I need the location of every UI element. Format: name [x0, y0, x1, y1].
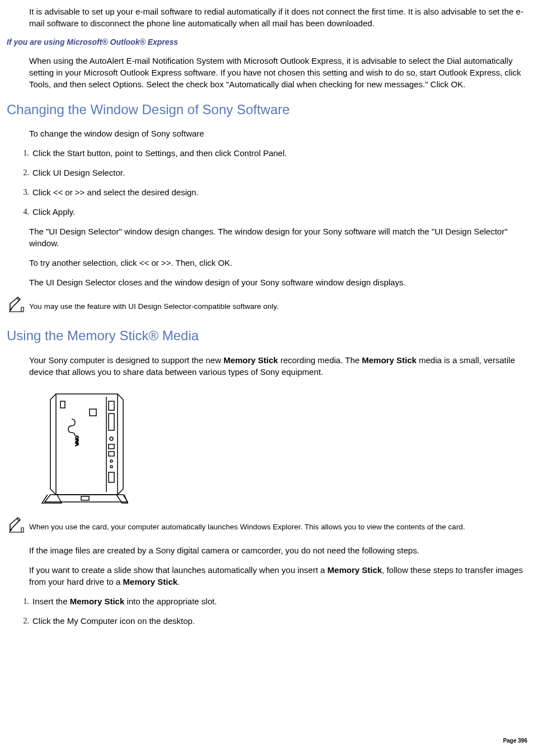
step-text: Click the My Computer icon on the deskto…	[32, 615, 527, 627]
bold-text: Memory Stick	[223, 355, 278, 365]
svg-point-11	[110, 460, 113, 462]
svg-rect-2	[60, 401, 65, 408]
intro-paragraph: It is advisable to set up your e-mail so…	[29, 6, 527, 29]
outlook-subheading: If you are using Microsoft® Outlook® Exp…	[7, 37, 527, 48]
text-fragment: .	[177, 577, 180, 586]
list-item: 4. Click Apply.	[17, 206, 527, 218]
text-fragment: Insert the	[32, 597, 70, 606]
memory-stick-para3: If you want to create a slide show that …	[29, 564, 527, 588]
step-number: 1.	[17, 147, 29, 159]
text-fragment: into the appropriate slot.	[124, 597, 217, 606]
list-item: 1. Insert the Memory Stick into the appr…	[17, 595, 527, 607]
note-text: When you use the card, your computer aut…	[29, 516, 527, 533]
pencil-note-icon	[7, 296, 26, 316]
svg-text:VAIO: VAIO	[74, 435, 79, 446]
list-item: 1. Click the Start button, point to Sett…	[17, 147, 527, 159]
text-fragment: If you want to create a slide show that …	[29, 565, 327, 575]
step-number: 2.	[17, 167, 29, 179]
list-item: 2. Click UI Design Selector.	[17, 167, 527, 179]
svg-point-12	[110, 466, 113, 468]
text-fragment: recording media. The	[278, 355, 362, 365]
memory-stick-para2: If the image files are created by a Sony…	[29, 544, 527, 556]
svg-rect-6	[109, 401, 114, 410]
step-number: 2.	[17, 615, 29, 627]
step-text: Click << or >> and select the desired de…	[32, 186, 527, 198]
step-text: Click Apply.	[32, 206, 527, 218]
svg-point-8	[110, 437, 113, 440]
text-fragment: Your Sony computer is designed to suppor…	[29, 355, 223, 365]
svg-rect-10	[109, 452, 114, 456]
svg-rect-13	[109, 472, 114, 482]
svg-rect-14	[81, 496, 89, 500]
window-design-heading: Changing the Window Design of Sony Softw…	[7, 100, 527, 119]
svg-rect-7	[109, 414, 114, 430]
bold-text: Memory Stick	[123, 577, 178, 586]
window-design-steps: 1. Click the Start button, point to Sett…	[17, 147, 527, 218]
memory-stick-steps: 1. Insert the Memory Stick into the appr…	[17, 595, 527, 627]
list-item: 2. Click the My Computer icon on the des…	[17, 615, 527, 627]
svg-rect-9	[109, 444, 114, 449]
window-design-after1: The "UI Design Selector" window design c…	[29, 226, 527, 249]
window-design-intro: To change the window design of Sony soft…	[29, 128, 527, 139]
pencil-note-icon	[7, 516, 26, 537]
step-number: 4.	[17, 206, 29, 218]
computer-tower-illustration: VAIO	[34, 386, 134, 509]
bold-text: Memory Stick	[327, 565, 382, 575]
bold-text: Memory Stick	[70, 597, 125, 606]
window-design-after2: To try another selection, click << or >>…	[29, 257, 527, 269]
list-item: 3. Click << or >> and select the desired…	[17, 186, 527, 198]
note-text: You may use the feature with UI Design S…	[29, 296, 527, 312]
note-block: You may use the feature with UI Design S…	[7, 296, 527, 316]
step-text: Click the Start button, point to Setting…	[32, 147, 527, 159]
note-block: When you use the card, your computer aut…	[7, 516, 527, 537]
step-number: 1.	[17, 595, 29, 607]
memory-stick-intro: Your Sony computer is designed to suppor…	[29, 354, 527, 378]
svg-rect-3	[90, 409, 96, 416]
step-number: 3.	[17, 186, 29, 198]
bold-text: Memory Stick	[362, 355, 417, 365]
step-text: Insert the Memory Stick into the appropr…	[32, 595, 527, 607]
memory-stick-heading: Using the Memory Stick® Media	[7, 326, 527, 345]
step-text: Click UI Design Selector.	[32, 167, 527, 179]
window-design-after3: The UI Design Selector closes and the wi…	[29, 276, 527, 288]
outlook-paragraph: When using the AutoAlert E-mail Notifica…	[29, 55, 527, 90]
